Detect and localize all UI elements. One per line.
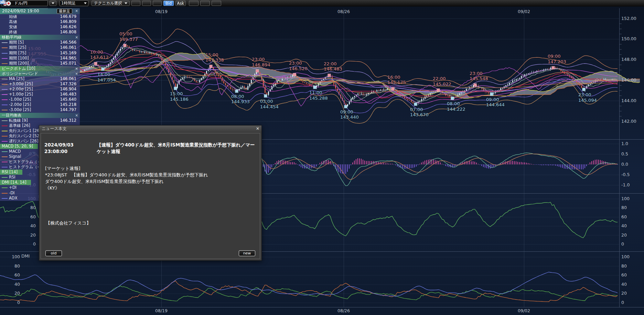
- close-icon[interactable]: ×: [75, 35, 78, 40]
- panel-row[interactable]: -2.00σ [25]145.218: [0, 102, 80, 107]
- row-label: -DI: [9, 191, 14, 195]
- panel-row[interactable]: 終値146.808: [0, 30, 80, 35]
- chart-type-button[interactable]: [189, 1, 198, 6]
- row-value: 146.061: [60, 76, 76, 82]
- series-color-swatch: [2, 120, 8, 121]
- axis-label: 09/02: [514, 308, 534, 313]
- series-color-swatch: [2, 126, 8, 126]
- panel-section-header[interactable]: DMI [14, 14]: [0, 180, 31, 185]
- axis-label: 1.0: [621, 141, 628, 146]
- axis-label: 146.00: [621, 77, 636, 83]
- close-icon[interactable]: ×: [75, 71, 78, 76]
- row-value: 144.965: [60, 56, 76, 61]
- axis-label: 40: [621, 282, 627, 287]
- axis-label: 40: [621, 223, 627, 228]
- row-label: RSI: [9, 175, 15, 180]
- panel-row[interactable]: 始値146.679: [0, 14, 80, 19]
- panel-section-header[interactable]: ボリンジャーバンド×: [0, 71, 80, 76]
- close-icon[interactable]: ✕: [256, 126, 259, 132]
- older-news-button[interactable]: old: [45, 250, 62, 256]
- zoom-in-button[interactable]: [212, 1, 221, 6]
- panel-row[interactable]: +1.00σ [25]146.483: [0, 92, 80, 97]
- japan-flag-icon: [6, 1, 11, 6]
- panel-section-header[interactable]: 移動平均線×: [0, 35, 80, 40]
- axis-label: 100: [621, 254, 630, 259]
- peak-marker: [552, 66, 555, 69]
- chevron-down-icon: [52, 2, 54, 4]
- row-label: 終値: [9, 30, 17, 34]
- info-button[interactable]: i: [142, 1, 151, 6]
- axis-label: 08/26: [333, 308, 354, 313]
- peak-annotation: 23:00146.894: [252, 57, 270, 67]
- panel-section-header[interactable]: MACD [5, 20, 9]: [0, 144, 38, 149]
- axis-label: -1.0: [621, 182, 630, 187]
- panel-date-header[interactable]: 2024/09/02 19:00最新足×: [0, 8, 80, 14]
- bottom-annotation: 14:00147.054: [97, 72, 116, 83]
- row-label: 先行スパン2 [52]: [9, 133, 41, 138]
- bottom-marker: [174, 87, 177, 90]
- axis-label: 150.00: [621, 36, 636, 41]
- series-color-swatch: [2, 99, 8, 100]
- peak-annotation: 23:00145.548: [470, 71, 488, 82]
- panel-row[interactable]: +2.00σ [25]146.904: [0, 87, 80, 92]
- ask-button[interactable]: Ask: [175, 1, 186, 6]
- panel-row[interactable]: 転換線 [9]146.312: [0, 118, 80, 123]
- row-value: 146.312: [60, 118, 76, 123]
- panel-row[interactable]: 期間 [200]145.071: [0, 61, 80, 66]
- technical-select-button[interactable]: テクニカル選択: [92, 1, 130, 6]
- row-value: 146.483: [60, 92, 76, 97]
- panel-row[interactable]: 高値146.809: [0, 19, 80, 24]
- pair-dropdown-button[interactable]: [50, 1, 56, 6]
- panel-row[interactable]: +3.00σ [25]147.326: [0, 82, 80, 87]
- panel-row[interactable]: MA [25]146.061: [0, 76, 80, 82]
- draw-tool-button[interactable]: [131, 1, 140, 6]
- toolbar: ドル/円 1時間足 テクニカル選択 i Bid Ask: [0, 0, 644, 7]
- panel-row[interactable]: -1.00σ [25]145.640: [0, 97, 80, 102]
- news-dialog-content: 2024/09/03 23:08:00 【速報】ダウ400ドル超安、米8月ISM…: [41, 133, 260, 259]
- bid-button[interactable]: Bid: [163, 1, 174, 6]
- panel-row[interactable]: 期間 [100]144.965: [0, 56, 80, 61]
- axis-label: 08/26: [333, 9, 354, 14]
- currency-pair-label: ドル/円: [14, 1, 28, 6]
- news-dialog-titlebar[interactable]: ニュース本文 ✕: [39, 126, 261, 132]
- timeframe-select[interactable]: 1時間足: [60, 0, 88, 6]
- zoom-out-button[interactable]: [200, 1, 210, 6]
- peak-annotation: 10:00147.612: [90, 50, 109, 60]
- close-icon[interactable]: ×: [75, 113, 78, 118]
- series-color-swatch: [2, 110, 8, 110]
- peak-marker: [437, 89, 440, 91]
- bottom-annotation: 08:00144.933: [231, 94, 250, 105]
- currency-pair-select[interactable]: ドル/円: [1, 0, 48, 6]
- series-color-swatch: [2, 167, 8, 167]
- close-icon[interactable]: ×: [75, 66, 78, 71]
- panel-row[interactable]: 期間 [5]146.566: [0, 40, 80, 45]
- axis-label: 0: [6, 300, 20, 305]
- row-label: 遅行スパン [26]: [9, 139, 39, 143]
- panel-section-header[interactable]: ピークボトム [10]×: [0, 66, 80, 71]
- panel-row[interactable]: 期間 [25]146.061: [0, 45, 80, 50]
- newer-news-button[interactable]: new: [239, 250, 255, 256]
- panel-row[interactable]: 安値146.626: [0, 24, 80, 30]
- fx-chart-app: 152.00150.00148.00146.00144.00142.001.01…: [0, 0, 644, 315]
- panel-section-header[interactable]: 一目均衡表×: [0, 113, 80, 118]
- news-body: [マーケット速報]*23:08JST 【速報】ダウ400ドル超安、米8月ISM製…: [45, 165, 255, 191]
- peak-marker: [124, 44, 126, 47]
- row-value: 146.679: [60, 14, 76, 19]
- row-label: 期間 [75]: [9, 51, 26, 55]
- panel-section-header[interactable]: RSI [14]: [0, 170, 22, 175]
- axis-label: 60: [6, 272, 20, 278]
- row-label: 期間 [5]: [9, 40, 24, 45]
- peak-annotation: 23:00146.520: [289, 61, 308, 71]
- area-chart-button[interactable]: [153, 1, 162, 6]
- panel-row[interactable]: -3.00σ [25]144.797: [0, 107, 80, 112]
- series-color-swatch: [2, 156, 8, 157]
- series-color-swatch: [2, 141, 8, 142]
- peak-marker: [94, 62, 97, 65]
- close-icon[interactable]: ×: [75, 8, 78, 13]
- axis-label: 40: [22, 223, 36, 228]
- axis-label: 20: [621, 291, 627, 296]
- panel-row[interactable]: 期間 [75]145.169: [0, 51, 80, 56]
- bottom-marker: [313, 86, 316, 89]
- row-value: 146.061: [60, 45, 76, 50]
- bid-label: Bid: [165, 1, 172, 6]
